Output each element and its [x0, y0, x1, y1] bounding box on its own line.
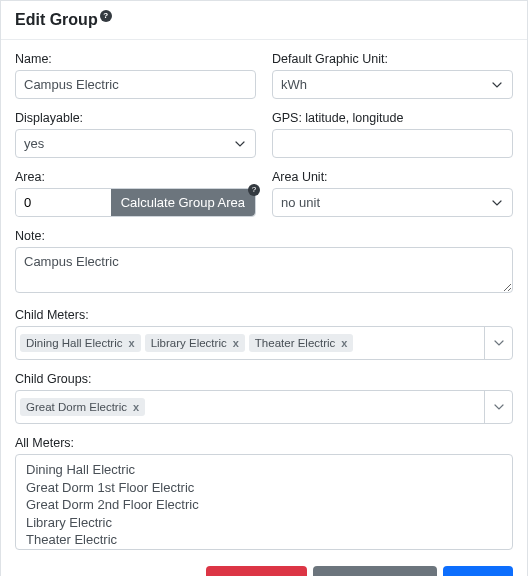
- discard-changes-button[interactable]: Discard Changes: [313, 566, 437, 576]
- displayable-label: Displayable:: [15, 111, 256, 125]
- child-groups-select[interactable]: Great Dorm Electricx: [15, 390, 513, 424]
- tag-label: Dining Hall Electric: [26, 337, 123, 349]
- delete-group-button[interactable]: Delete Group: [206, 566, 307, 576]
- modal-title-wrap: Edit Group ?: [15, 11, 112, 29]
- modal-title: Edit Group: [15, 11, 98, 29]
- list-item[interactable]: Theater Electric: [26, 531, 502, 549]
- child-groups-tags: Great Dorm Electricx: [16, 391, 484, 423]
- name-label: Name:: [15, 52, 256, 66]
- remove-tag-icon[interactable]: x: [129, 338, 135, 349]
- child-meters-tags: Dining Hall ElectricxLibrary ElectricxTh…: [16, 327, 484, 359]
- tag: Library Electricx: [145, 334, 245, 352]
- remove-tag-icon[interactable]: x: [233, 338, 239, 349]
- note-label: Note:: [15, 229, 513, 243]
- default-unit-label: Default Graphic Unit:: [272, 52, 513, 66]
- area-unit-label: Area Unit:: [272, 170, 513, 184]
- area-input-group: Calculate Group Area ?: [15, 188, 256, 217]
- displayable-select[interactable]: yes: [15, 129, 256, 158]
- child-groups-label: Child Groups:: [15, 372, 513, 386]
- tag-label: Theater Electric: [255, 337, 336, 349]
- tag: Dining Hall Electricx: [20, 334, 141, 352]
- remove-tag-icon[interactable]: x: [341, 338, 347, 349]
- name-input[interactable]: [15, 70, 256, 99]
- modal-header: Edit Group ?: [1, 1, 527, 40]
- help-icon[interactable]: ?: [248, 184, 260, 196]
- modal-body: Name: Default Graphic Unit: kWh Displaya…: [1, 40, 527, 576]
- help-icon[interactable]: ?: [100, 10, 112, 22]
- default-unit-select[interactable]: kWh: [272, 70, 513, 99]
- all-meters-label: All Meters:: [15, 436, 513, 450]
- area-input[interactable]: [16, 189, 111, 216]
- tag: Great Dorm Electricx: [20, 398, 145, 416]
- note-textarea[interactable]: [15, 247, 513, 293]
- child-meters-select[interactable]: Dining Hall ElectricxLibrary ElectricxTh…: [15, 326, 513, 360]
- area-unit-select[interactable]: no unit: [272, 188, 513, 217]
- save-all-button[interactable]: Save all: [443, 566, 513, 576]
- remove-tag-icon[interactable]: x: [133, 402, 139, 413]
- modal-footer: Delete Group Discard Changes Save all: [15, 556, 513, 576]
- chevron-down-icon[interactable]: [484, 327, 512, 359]
- tag-label: Library Electric: [151, 337, 227, 349]
- list-item[interactable]: Great Dorm 2nd Floor Electric: [26, 496, 502, 514]
- list-item[interactable]: Dining Hall Electric: [26, 461, 502, 479]
- child-meters-label: Child Meters:: [15, 308, 513, 322]
- chevron-down-icon[interactable]: [484, 391, 512, 423]
- area-label: Area:: [15, 170, 256, 184]
- list-item[interactable]: Library Electric: [26, 514, 502, 532]
- tag-label: Great Dorm Electric: [26, 401, 127, 413]
- edit-group-modal: Edit Group ? Name: Default Graphic Unit:…: [0, 0, 528, 576]
- calculate-area-button[interactable]: Calculate Group Area ?: [111, 189, 255, 216]
- calculate-area-label: Calculate Group Area: [121, 195, 245, 210]
- list-item[interactable]: Great Dorm 1st Floor Electric: [26, 479, 502, 497]
- tag: Theater Electricx: [249, 334, 354, 352]
- gps-input[interactable]: [272, 129, 513, 158]
- gps-label: GPS: latitude, longitude: [272, 111, 513, 125]
- all-meters-listbox[interactable]: Dining Hall ElectricGreat Dorm 1st Floor…: [15, 454, 513, 550]
